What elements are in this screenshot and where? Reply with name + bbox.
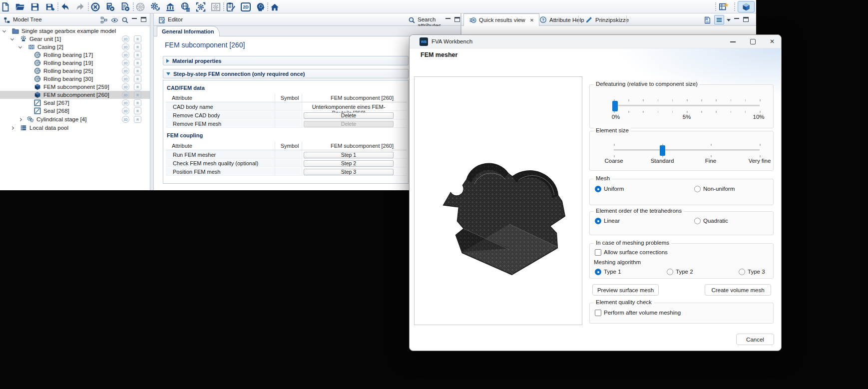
bearing-calculation-icon[interactable]: [135, 1, 146, 12]
3d-badge-icon[interactable]: 3D: [122, 51, 129, 58]
global-database-icon[interactable]: [180, 1, 191, 12]
tab-general-information[interactable]: General Information: [157, 26, 220, 36]
create-volume-mesh-button[interactable]: Create volume mesh: [705, 284, 771, 296]
3d-badge-icon[interactable]: 3D: [122, 83, 129, 90]
close-window-icon[interactable]: ✕: [768, 38, 776, 45]
radio-type-3[interactable]: [739, 269, 745, 275]
table-add-icon[interactable]: [718, 1, 729, 12]
editor-tab-label[interactable]: Editor: [168, 16, 183, 22]
tree-row[interactable]: Rolling bearing [19] 3D R: [0, 59, 150, 67]
radio-linear[interactable]: [595, 218, 601, 224]
expanded-arrow-icon[interactable]: [166, 72, 170, 75]
run-script-icon[interactable]: [120, 1, 131, 12]
report-badge-icon[interactable]: R: [134, 99, 141, 106]
cancel-button[interactable]: Cancel: [736, 334, 774, 345]
tree-editor-splitter[interactable]: [150, 13, 154, 190]
3d-badge-icon[interactable]: 3D: [122, 99, 129, 106]
visualization-settings-icon[interactable]: [210, 1, 221, 12]
sync-selection-icon[interactable]: [100, 16, 108, 24]
chevron-down-icon[interactable]: [10, 37, 14, 40]
maximize-panel-icon[interactable]: [743, 17, 749, 22]
3d-badge-icon[interactable]: 3D: [122, 116, 129, 123]
tree-row[interactable]: Rolling bearing [25] 3D R: [0, 67, 150, 75]
defeaturing-slider-handle[interactable]: [612, 101, 618, 111]
element-size-slider-handle[interactable]: [660, 145, 665, 156]
3d-badge-icon[interactable]: 3D: [122, 91, 129, 98]
maximize-panel-icon[interactable]: [454, 17, 460, 22]
chevron-down-icon[interactable]: [2, 29, 6, 32]
minimize-panel-icon[interactable]: [445, 18, 450, 19]
chevron-down-icon[interactable]: [18, 45, 22, 48]
redo-icon[interactable]: [75, 1, 86, 12]
tree-row[interactable]: Cylindrical stage [4] 3D R: [0, 115, 150, 123]
mesh-preview-viewport[interactable]: [414, 76, 582, 325]
report-badge-icon[interactable]: R: [134, 107, 141, 114]
system-calculation-icon[interactable]: [150, 1, 161, 12]
tree-row[interactable]: Gear unit [1] 3D R: [0, 35, 150, 43]
dialog-titlebar[interactable]: WB FVA Workbench ✕: [410, 35, 781, 48]
report-editor-icon[interactable]: [225, 1, 236, 12]
minimize-panel-icon[interactable]: [734, 18, 739, 19]
report-badge-icon[interactable]: R: [134, 116, 141, 123]
tree-row[interactable]: Rolling bearing [17] 3D R: [0, 51, 150, 59]
radio-type-2[interactable]: [667, 269, 673, 275]
cancel-calculation-icon[interactable]: [90, 1, 101, 12]
close-tab-icon[interactable]: ✕: [530, 17, 534, 23]
view-2d-icon[interactable]: 2D: [240, 1, 251, 12]
tree-row[interactable]: Rolling bearing [30] 3D R: [0, 75, 150, 83]
report-badge-icon[interactable]: R: [134, 51, 141, 58]
defeaturing-slider[interactable]: [614, 105, 760, 106]
tree-row[interactable]: Seal [268] 3D R: [0, 107, 150, 115]
radio-non-uniform[interactable]: [694, 186, 701, 192]
report-badge-icon[interactable]: R: [134, 75, 141, 82]
report-badge-icon[interactable]: R: [134, 91, 141, 98]
section-fem-connection[interactable]: Step-by-step FEM connection (only requir…: [163, 69, 409, 78]
tree-row[interactable]: Local data pool: [0, 124, 150, 132]
report-view-icon[interactable]: [703, 16, 711, 24]
3d-badge-icon[interactable]: 3D: [122, 67, 129, 74]
tree-row[interactable]: Seal [267] 3D R: [0, 99, 150, 107]
report-badge-icon[interactable]: R: [134, 35, 141, 42]
report-badge-icon[interactable]: R: [134, 43, 141, 50]
database-icon[interactable]: [165, 1, 176, 12]
position-fem-mesh-button[interactable]: Step 3: [304, 169, 394, 175]
allow-surface-corrections-checkbox[interactable]: [595, 249, 601, 256]
radio-quadratic[interactable]: [694, 218, 701, 224]
minimize-window-icon[interactable]: [730, 41, 736, 42]
check-mesh-quality-button[interactable]: Step 2: [304, 160, 394, 167]
expert-mode-icon[interactable]: [255, 1, 266, 12]
open-model-icon[interactable]: [14, 1, 25, 12]
3d-badge-icon[interactable]: 3D: [122, 59, 129, 66]
tab-quick-results[interactable]: Quick results view ✕: [463, 13, 539, 26]
3d-badge-icon[interactable]: 3D: [122, 35, 129, 42]
list-view-icon[interactable]: [714, 15, 724, 24]
remove-cad-body-button[interactable]: Delete: [304, 112, 394, 119]
visibility-icon[interactable]: [110, 16, 118, 24]
model-settings-icon[interactable]: [195, 1, 206, 12]
minimize-panel-icon[interactable]: [132, 18, 137, 19]
save-as-icon[interactable]: [44, 1, 55, 12]
run-fem-mesher-button[interactable]: Step 1: [304, 152, 394, 158]
save-icon[interactable]: [29, 1, 40, 12]
report-badge-icon[interactable]: R: [134, 83, 141, 90]
preview-surface-mesh-button[interactable]: Preview surface mesh: [592, 284, 659, 296]
3d-badge-icon[interactable]: 3D: [122, 107, 129, 114]
tree-row[interactable]: Casing [2] 3D R: [0, 43, 150, 51]
radio-type-1[interactable]: [595, 269, 601, 275]
maximize-panel-icon[interactable]: [141, 17, 146, 22]
3d-badge-icon[interactable]: 3D: [122, 43, 129, 50]
tree-row[interactable]: FEM subcomponent [259] 3D R: [0, 83, 150, 91]
tree-search-icon[interactable]: [121, 16, 129, 24]
new-file-icon[interactable]: [0, 1, 11, 12]
home-icon[interactable]: [269, 1, 280, 12]
radio-uniform[interactable]: [595, 186, 601, 192]
search-attributes-icon[interactable]: [408, 16, 416, 24]
tree-row[interactable]: Single stage gearbox example model: [0, 27, 150, 35]
tree-row-selected[interactable]: FEM subcomponent [260] 3D R: [0, 91, 150, 99]
chevron-right-icon[interactable]: [10, 126, 14, 129]
run-calculation-icon[interactable]: [105, 1, 116, 12]
chevron-right-icon[interactable]: [18, 117, 22, 121]
section-material-properties[interactable]: Material properties: [163, 56, 409, 65]
3d-view-button[interactable]: [738, 1, 755, 12]
report-badge-icon[interactable]: R: [134, 67, 141, 74]
